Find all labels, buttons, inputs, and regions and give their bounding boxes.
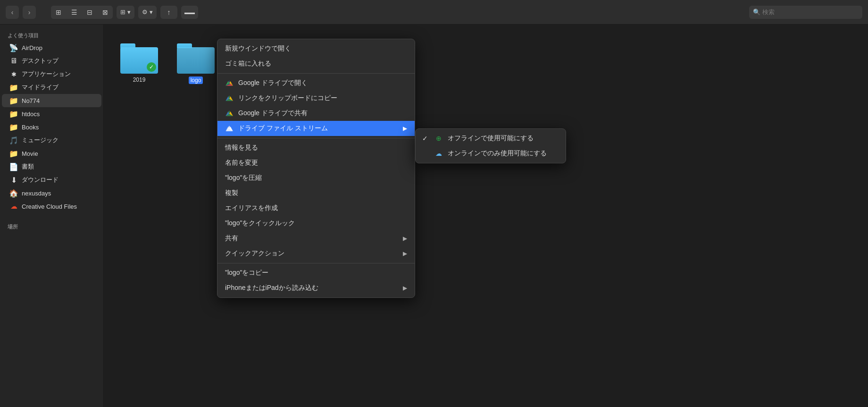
cloud-icon: ☁ xyxy=(434,149,443,158)
forward-button[interactable]: › xyxy=(23,6,36,19)
ctx-quick-actions-label: クイックアクション xyxy=(225,249,284,258)
ctx-compress[interactable]: "logo"を圧縮 xyxy=(217,170,415,186)
sidebar-item-mydrive[interactable]: 📁 マイドライブ xyxy=(2,81,101,94)
sidebar-item-documents[interactable]: 📄 書類 xyxy=(2,160,101,173)
htdocs-icon: 📁 xyxy=(9,110,18,118)
ctx-import-iphone-label: iPhoneまたはiPadから読み込む xyxy=(225,284,318,292)
view-sort-dropdown[interactable]: ⊞ ▾ xyxy=(117,6,134,19)
back-button[interactable]: ‹ xyxy=(6,6,19,19)
search-input[interactable] xyxy=(749,6,862,19)
sidebar-label-mydrive: マイドライブ xyxy=(22,83,58,92)
ctx-trash-label: ゴミ箱に入れる xyxy=(225,59,271,68)
sidebar-item-books[interactable]: 📁 Books xyxy=(2,120,101,134)
sidebar-item-nexusdays[interactable]: 🏠 nexusdays xyxy=(2,187,101,200)
gear-icon: ⚙ xyxy=(142,8,148,16)
sidebar-label-airdrop: AirDrop xyxy=(22,44,42,51)
creative-cloud-icon: ☁ xyxy=(9,202,18,211)
ctx-duplicate-label: 複製 xyxy=(225,189,238,197)
sidebar-item-movie[interactable]: 📁 Movie xyxy=(2,147,101,160)
ctx-quicklook-label: "logo"をクイックルック xyxy=(225,219,295,228)
search-wrapper: 🔍 xyxy=(749,6,862,19)
ctx-info-label: 情報を見る xyxy=(225,144,258,152)
ctx-quick-actions[interactable]: クイックアクション ▶ xyxy=(217,246,415,261)
view-cover-button[interactable]: ⊠ xyxy=(98,6,113,19)
view-icon-button[interactable]: ⊞ xyxy=(51,6,66,19)
sidebar-item-applications[interactable]: ✱ アプリケーション xyxy=(2,68,101,81)
sidebar-item-airdrop[interactable]: 📡 AirDrop xyxy=(2,41,101,54)
sidebar-item-desktop[interactable]: 🖥 デスクトップ xyxy=(2,54,101,68)
sidebar-label-creative-cloud: Creative Cloud Files xyxy=(22,203,77,210)
ctx-duplicate[interactable]: 複製 xyxy=(217,186,415,201)
ctx-make-alias[interactable]: エイリアスを作成 xyxy=(217,201,415,216)
submenu-online-only-label: オンラインでのみ使用可能にする xyxy=(448,149,547,158)
gdrive-icon-2 xyxy=(225,94,234,102)
folder-2019-badge: ✓ xyxy=(147,62,156,72)
submenu-online-only[interactable]: ☁ オンラインでのみ使用可能にする xyxy=(416,146,566,161)
sidebar-label-applications: アプリケーション xyxy=(22,70,71,78)
ctx-open-window[interactable]: 新規ウインドウで開く xyxy=(217,41,415,56)
gdrive-icon-1: ▲ xyxy=(225,79,234,87)
sidebar-label-nexusdays: nexusdays xyxy=(22,190,51,197)
folder-logo[interactable]: logo xyxy=(175,43,217,84)
search-icon: 🔍 xyxy=(753,8,760,16)
sidebar-item-creative-cloud[interactable]: ☁ Creative Cloud Files xyxy=(2,200,101,213)
submenu: ✓ ⊕ オフラインで使用可能にする ☁ オンラインでのみ使用可能にする xyxy=(415,128,566,163)
ctx-gdrive-share[interactable]: Google ドライブで共有 xyxy=(217,106,415,121)
sidebar-label-music: ミュージック xyxy=(22,136,58,144)
documents-icon: 📄 xyxy=(9,162,18,171)
content-area: ✓ 2019 logo 新規ウインドウで開く ゴミ箱に入れる xyxy=(104,25,868,407)
sidebar-item-htdocs[interactable]: 📁 htdocs xyxy=(2,107,101,120)
locations-section-label: 場所 xyxy=(0,220,103,232)
ctx-rename[interactable]: 名前を変更 xyxy=(217,155,415,170)
ctx-gdrive-share-label: Google ドライブで共有 xyxy=(238,109,308,118)
ctx-gdrive-open[interactable]: ▲ Google ドライブで開く xyxy=(217,76,415,91)
ctx-compress-label: "logo"を圧縮 xyxy=(225,174,262,182)
svg-marker-13 xyxy=(226,126,233,131)
ctx-import-iphone[interactable]: iPhoneまたはiPadから読み込む ▶ xyxy=(217,280,415,296)
sidebar-label-movie: Movie xyxy=(22,150,38,157)
share-button[interactable]: ↑ xyxy=(160,6,177,19)
music-icon: 🎵 xyxy=(9,136,18,144)
ctx-copy-link-label: リンクをクリップボードにコピー xyxy=(238,94,337,102)
sidebar-item-music[interactable]: 🎵 ミュージック xyxy=(2,134,101,147)
ctx-copy-label: "logo"をコピー xyxy=(225,269,268,277)
sidebar: よく使う項目 📡 AirDrop 🖥 デスクトップ ✱ アプリケーション 📁 マ… xyxy=(0,25,104,407)
applications-icon: ✱ xyxy=(9,70,18,78)
sidebar-item-no774[interactable]: 📁 No774 xyxy=(2,94,101,107)
submenu-offline[interactable]: ✓ ⊕ オフラインで使用可能にする xyxy=(416,131,566,146)
view-list-button[interactable]: ☰ xyxy=(67,6,82,19)
ctx-open-window-label: 新規ウインドウで開く xyxy=(225,44,291,53)
action-dropdown[interactable]: ⚙ ▾ xyxy=(138,6,157,19)
view-column-button[interactable]: ⊟ xyxy=(82,6,97,19)
ctx-import-iphone-arrow: ▶ xyxy=(403,285,407,291)
submenu-offline-label: オフラインで使用可能にする xyxy=(448,134,534,143)
sidebar-label-htdocs: htdocs xyxy=(22,110,40,118)
sidebar-label-documents: 書類 xyxy=(22,162,34,171)
gdrive-icon-3 xyxy=(225,109,234,118)
ctx-share-arrow: ▶ xyxy=(403,235,407,242)
ctx-sep-1 xyxy=(217,73,415,74)
mydrive-icon: 📁 xyxy=(9,83,18,92)
tag-button[interactable]: ▬▬ xyxy=(181,6,198,19)
ctx-drive-file-stream[interactable]: ドライブ ファイル ストリーム ▶ xyxy=(217,121,415,136)
ctx-copy[interactable]: "logo"をコピー xyxy=(217,265,415,280)
toolbar: ‹ › ⊞ ☰ ⊟ ⊠ ⊞ ▾ ⚙ ▾ ↑ ▬▬ 🔍 xyxy=(0,0,868,25)
ctx-info[interactable]: 情報を見る xyxy=(217,140,415,155)
desktop-icon: 🖥 xyxy=(9,57,18,65)
view-buttons: ⊞ ☰ ⊟ ⊠ xyxy=(51,6,113,19)
ctx-copy-link[interactable]: リンクをクリップボードにコピー xyxy=(217,91,415,106)
favorites-section-label: よく使う項目 xyxy=(0,29,103,41)
ctx-share[interactable]: 共有 ▶ xyxy=(217,231,415,246)
folder-logo-icon xyxy=(177,43,215,74)
airdrop-icon: 📡 xyxy=(9,43,18,52)
ctx-trash[interactable]: ゴミ箱に入れる xyxy=(217,56,415,71)
sidebar-item-downloads[interactable]: ⬇ ダウンロード xyxy=(2,173,101,187)
view-sort-icon: ⊞ xyxy=(120,8,125,16)
sidebar-label-desktop: デスクトップ xyxy=(22,57,58,65)
ctx-quick-actions-arrow: ▶ xyxy=(403,250,407,257)
ctx-drive-file-stream-label: ドライブ ファイル ストリーム xyxy=(238,124,328,133)
ctx-make-alias-label: エイリアスを作成 xyxy=(225,204,278,212)
folder-2019[interactable]: ✓ 2019 xyxy=(118,43,160,83)
folder-2019-name: 2019 xyxy=(133,76,146,83)
ctx-quicklook[interactable]: "logo"をクイックルック xyxy=(217,216,415,231)
